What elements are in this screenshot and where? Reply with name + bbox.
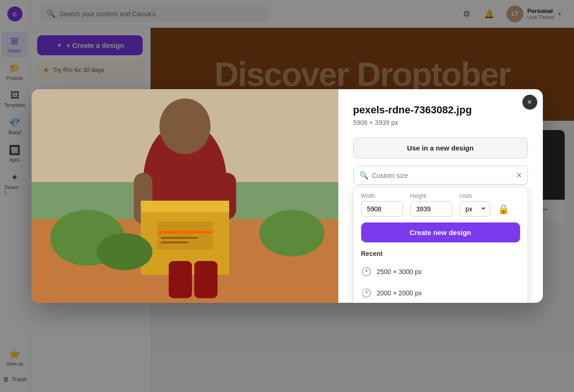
- lock-icon[interactable]: 🔒: [498, 195, 509, 215]
- height-input[interactable]: [410, 201, 452, 217]
- svg-rect-16: [161, 242, 189, 243]
- svg-rect-15: [161, 237, 198, 239]
- close-icon: ×: [528, 98, 532, 106]
- units-select[interactable]: px in cm mm: [460, 201, 490, 217]
- svg-rect-18: [194, 261, 218, 298]
- modal-filename: pexels-rdne-7363082.jpg: [353, 104, 528, 116]
- height-field-group: Height: [410, 193, 452, 217]
- clear-icon[interactable]: ✕: [516, 171, 522, 180]
- svg-rect-13: [157, 222, 213, 249]
- modal-close-button[interactable]: ×: [522, 95, 537, 110]
- custom-size-dropdown: Width Height Units px in cm: [353, 187, 528, 303]
- svg-point-20: [97, 233, 152, 270]
- custom-size-input[interactable]: [372, 172, 512, 179]
- recent-item-1[interactable]: 🕐 2000 × 2000 px: [354, 282, 528, 303]
- custom-size-container: 🔍 ✕ Width Height: [353, 166, 528, 185]
- svg-rect-17: [169, 261, 192, 298]
- modal-right-panel: pexels-rdne-7363082.jpg 5908 × 3939 px U…: [338, 89, 543, 303]
- svg-rect-14: [157, 231, 213, 234]
- svg-point-21: [259, 210, 324, 256]
- height-label: Height: [410, 193, 452, 199]
- recent-size-1: 2000 × 2000 px: [377, 289, 422, 297]
- search-small-icon: 🔍: [359, 171, 369, 180]
- custom-size-input-wrapper[interactable]: 🔍 ✕: [353, 166, 528, 185]
- clock-icon-1: 🕐: [361, 288, 371, 298]
- modal: pexels-rdne-7363082.jpg 5908 × 3939 px U…: [32, 89, 543, 303]
- svg-rect-12: [141, 201, 229, 212]
- size-inputs-row: Width Height Units px in cm: [354, 187, 528, 222]
- recent-item-0[interactable]: 🕐 2500 × 3000 px: [354, 261, 528, 282]
- modal-dimensions: 5908 × 3939 px: [353, 119, 528, 126]
- recent-size-0: 2500 × 3000 px: [377, 268, 422, 275]
- clock-icon-0: 🕐: [361, 267, 371, 277]
- units-label: Units: [460, 193, 490, 199]
- width-field-group: Width: [361, 193, 403, 217]
- units-group: Units px in cm mm: [460, 193, 490, 217]
- create-new-design-label: Create new design: [409, 229, 471, 236]
- modal-overlay[interactable]: pexels-rdne-7363082.jpg 5908 × 3939 px U…: [0, 0, 574, 392]
- use-in-new-design-label: Use in a new design: [407, 144, 474, 152]
- use-in-new-design-button[interactable]: Use in a new design: [353, 137, 528, 158]
- create-new-design-button[interactable]: Create new design: [361, 222, 520, 242]
- width-label: Width: [361, 193, 403, 199]
- modal-image: [32, 89, 338, 303]
- width-input[interactable]: [361, 201, 403, 217]
- svg-point-8: [159, 98, 211, 154]
- recent-label: Recent: [354, 248, 528, 261]
